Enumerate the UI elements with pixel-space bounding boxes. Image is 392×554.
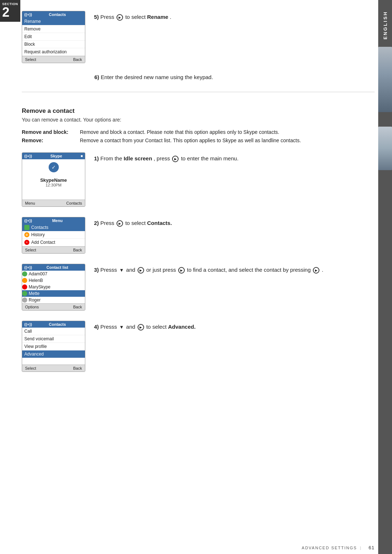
menu-row-edit: Edit <box>22 33 85 41</box>
down-arrow-3: ▼ <box>119 267 124 274</box>
step5-number: 5) <box>94 14 99 20</box>
header-title-c2: Contacts <box>49 322 66 327</box>
step4-row: ((+)) Contacts Call Send voicemail View … <box>22 321 375 372</box>
phone-header-contactlist: ((+)) Contact list <box>22 264 85 271</box>
step5-press: Press <box>101 14 116 20</box>
step3-text: 3) Presss ▼ and ► or just press ► to fin… <box>94 264 375 274</box>
circle-arrow-2: ► <box>117 220 123 227</box>
step3-period: . <box>322 267 323 273</box>
signal-icon-idle: ((+)) <box>24 154 32 158</box>
roger-icon <box>22 297 27 303</box>
phone-footer-idle: Menu Contacts <box>22 200 85 206</box>
page-number: 61 <box>369 545 375 550</box>
definition-table: Remove and block: Remove and block a con… <box>22 128 375 145</box>
skype-contact-name: SkypeName <box>26 177 81 183</box>
contact-roger: Roger <box>22 297 85 303</box>
remove-contact-heading: Remove a contact <box>22 107 375 115</box>
footer-back-c2: Back <box>73 366 82 370</box>
footer-select-c2: Select <box>25 366 36 370</box>
menu-item-addcontact-row: + Add Contact <box>22 239 85 246</box>
header-title-cl: Contact list <box>46 265 68 270</box>
maryskype-icon <box>22 284 27 290</box>
circle-arrow-4: ► <box>138 324 144 331</box>
c2-row-call: Call <box>22 328 85 335</box>
footer-back-menu: Back <box>73 248 82 252</box>
contact-helenb: HelenB <box>22 277 85 284</box>
phone-footer-1: Select Back <box>22 56 85 63</box>
step6-number: 6) <box>94 74 99 80</box>
photo-decoration-2 <box>378 127 392 170</box>
signal-icon-menu: ((+)) <box>24 218 32 223</box>
step2-text: 2) Press ► to select Contacts. <box>94 217 375 227</box>
remove-contact-section: Remove a contact You can remove a contac… <box>22 92 375 145</box>
page-label: ADVANCED SETTINGS <box>302 546 357 550</box>
signal-icon-c2: ((+)) <box>24 322 32 327</box>
footer-menu: Menu <box>25 201 35 205</box>
step1-row: ((+)) Skype ■ ✓ SkypeName 12:30PM <box>22 152 375 207</box>
footer-back-cl: Back <box>73 305 82 309</box>
phone-screen-contacts2: ((+)) Contacts Call Send voicemail View … <box>22 321 85 372</box>
history-icon: ⊕ <box>24 232 29 237</box>
roger-name: Roger <box>29 297 41 303</box>
circle-arrow-1: ► <box>172 156 179 162</box>
step1-idle-screen: Idle screen <box>124 155 152 161</box>
step5-bold: Rename <box>147 14 168 20</box>
step3-presss: Presss <box>101 267 119 273</box>
footer-select-1: Select <box>25 57 36 62</box>
step6-text: Enter the desired new name using the key… <box>101 74 213 80</box>
step3-to-find: to find a contact, and select the contac… <box>187 267 312 273</box>
step1-to-enter: to enter the main menu. <box>181 155 238 161</box>
c2-row-advanced: Advanced <box>22 350 85 358</box>
step3-number: 3) <box>94 267 99 273</box>
idle-avatar: ✓ <box>49 162 59 172</box>
page-separator: | <box>360 546 362 550</box>
menu-item-history: History <box>31 232 45 237</box>
adam-icon <box>22 271 27 276</box>
section-tab: SECTION 2 <box>0 0 20 22</box>
circle-arrow-3c: ► <box>313 267 319 274</box>
maryskype-name: MarySkype <box>29 284 50 290</box>
def-desc-2: Remove a contact from your Contact list.… <box>80 137 375 144</box>
c2-row-voicemail: Send voicemail <box>22 335 85 343</box>
phone-body-1: Rename Remove Edit Block Request authori… <box>22 18 85 56</box>
contact-mette: Mette <box>22 290 85 297</box>
phone-screen-idle: ((+)) Skype ■ ✓ SkypeName 12:30PM <box>22 152 85 207</box>
step3-row: ((+)) Contact list Adam007 HelenB MarySk… <box>22 264 375 311</box>
c2-row-viewprofile: View profile <box>22 343 85 350</box>
step4-text: 4) Presss ▼ and ► to select Advanced. <box>94 321 375 331</box>
footer-contacts: Contacts <box>66 201 82 205</box>
mette-icon <box>22 291 27 296</box>
phone-header-idle: ((+)) Skype ■ <box>22 153 85 159</box>
helenb-name: HelenB <box>29 278 43 283</box>
menu-row-block: Block <box>22 41 85 48</box>
step3-and: and <box>126 267 137 273</box>
footer-select-menu: Select <box>25 248 36 252</box>
phone-footer-menu: Select Back <box>22 246 85 253</box>
step1-press: , press <box>154 155 171 161</box>
signal-icon-cl: ((+)) <box>24 265 32 270</box>
battery-idle: ■ <box>81 154 83 158</box>
bottom-bar: ADVANCED SETTINGS | 61 <box>22 545 375 550</box>
def-row-1: Remove and block: Remove and block a con… <box>22 128 375 136</box>
step5-text: 5) Press ► to select Rename . <box>94 11 375 21</box>
step5-row: ((+)) Contacts Rename Remove Edit Block … <box>22 11 375 63</box>
idle-screen-body: ✓ SkypeName 12:30PM <box>22 159 85 200</box>
circle-arrow-3b: ► <box>178 267 185 274</box>
c2-row-empty <box>22 358 85 365</box>
step5-to-select: to select <box>125 14 147 20</box>
phone-screen-menu: ((+)) Menu Contacts ⊕ History + Add Cont… <box>22 217 85 254</box>
step1-number: 1) <box>94 155 99 161</box>
step3-or-just: or just press <box>146 267 177 273</box>
footer-options-cl: Options <box>25 305 39 309</box>
phone-header-1: ((+)) Contacts <box>22 11 85 18</box>
phone-screen-contactlist: ((+)) Contact list Adam007 HelenB MarySk… <box>22 264 85 311</box>
adam-name: Adam007 <box>29 271 47 276</box>
header-title-menu: Menu <box>52 218 63 223</box>
menu-row-request-auth: Request authorization <box>22 48 85 56</box>
photo-decoration-1 <box>378 47 392 112</box>
step2-bold: Contacts. <box>147 220 172 226</box>
step4-bold: Advanced. <box>168 324 196 330</box>
menu-item-addcontact: Add Contact <box>31 240 55 245</box>
skype-name-block: SkypeName 12:30PM <box>24 174 83 189</box>
section-number: 2 <box>2 6 18 19</box>
